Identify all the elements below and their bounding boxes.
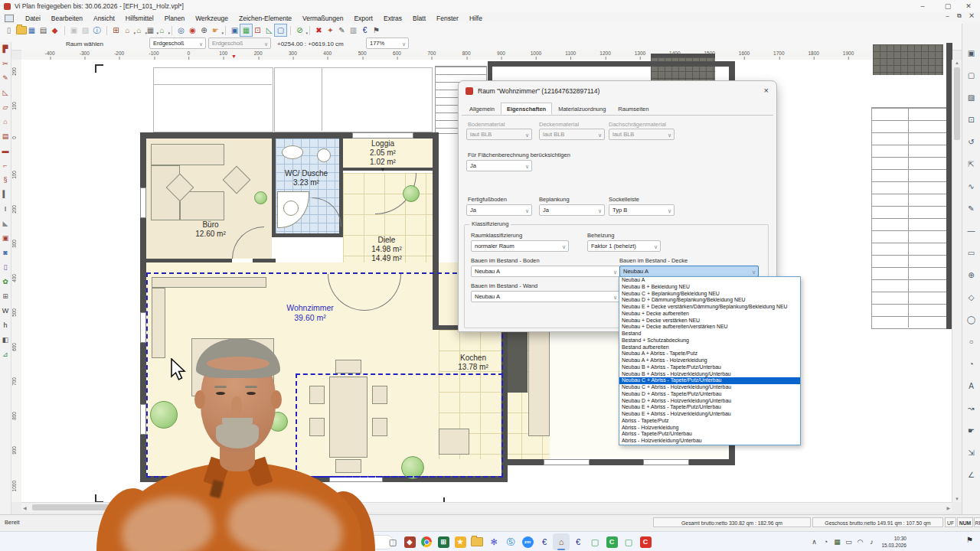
save-icon[interactable]: ▦ xyxy=(26,24,38,36)
floor-select[interactable]: Erdgeschoß xyxy=(149,37,206,49)
beam-tool-icon[interactable]: ▬ xyxy=(1,144,11,158)
layout-icon[interactable]: ▦ xyxy=(145,24,156,36)
resize-icon[interactable]: ⇲ xyxy=(965,442,978,464)
teams-icon[interactable]: ✻ xyxy=(485,533,502,550)
room-label-loggia[interactable]: Loggia 2.05 m² 1.02 m² ▼ xyxy=(348,139,417,173)
dialog-title-bar[interactable]: Raum "Wohnzimmer" (121647632897114) × xyxy=(459,81,776,101)
window-tool-icon[interactable]: ▯ xyxy=(1,260,11,275)
dropdown-item[interactable]: Neubau C + Abriss - Tapete/Putz/Unterbau xyxy=(619,377,800,384)
edit-icon[interactable]: ✎ xyxy=(336,24,348,36)
minimize-button[interactable]: – xyxy=(911,0,934,12)
paste-icon[interactable]: ▨ xyxy=(80,24,91,36)
bestand-decke-combo[interactable]: Neubau A xyxy=(619,266,759,277)
door-tool-icon[interactable]: ◙ xyxy=(1,246,11,260)
dropdown-item[interactable]: Bestand + Schutzabdeckung xyxy=(619,337,800,344)
child-window-controls[interactable]: – ⧉ ✕ xyxy=(946,12,977,20)
dropdown-item[interactable]: Neubau A xyxy=(619,277,800,284)
opening-tool-icon[interactable]: ▣ xyxy=(1,231,11,246)
stamp-icon[interactable]: ✦ xyxy=(325,24,336,36)
plan-tool-icon[interactable]: ▛ xyxy=(1,42,11,57)
tray-app-icon[interactable]: ▦ xyxy=(831,533,843,550)
camtasia-green-icon[interactable]: C xyxy=(603,533,620,550)
dropdown-item[interactable]: Neubau D + Abriss - Tapete/Putz/Unterbau xyxy=(619,391,800,398)
green-window2-icon[interactable]: ▢ xyxy=(620,533,637,550)
dropdown-item[interactable]: Neubau E + Abriss - Tapete/Putz/Unterbau xyxy=(619,404,800,411)
slope-tool-icon[interactable]: ◣ xyxy=(1,217,11,231)
raumklass-combo[interactable]: normaler Raum xyxy=(471,240,569,252)
column-tool-icon[interactable]: ▍ xyxy=(1,187,11,202)
curve-icon[interactable]: ∿ xyxy=(965,175,978,197)
dropdown-item[interactable]: Neubau D + Abriss - Holzverkleidung/Unte… xyxy=(619,398,800,405)
triangle-tool-icon[interactable]: ⊿ xyxy=(1,347,11,362)
polygon-tool-icon[interactable]: ▱ xyxy=(1,100,11,115)
dropdown-item[interactable]: Neubau A + Abriss - Holzverkleidung xyxy=(619,357,800,364)
viewer-icon[interactable]: ▥ xyxy=(348,24,359,36)
excel-icon[interactable]: ⊞ xyxy=(435,533,452,550)
menu-item[interactable]: Blatt xyxy=(407,15,431,22)
dropdown-item[interactable]: Abriss - Tapete/Putz/Unterbau xyxy=(619,431,800,438)
menu-item[interactable]: Extras xyxy=(378,15,407,22)
bestand-boden-combo[interactable]: Neubau A xyxy=(471,266,620,277)
tray-clock-icon[interactable]: ◔ xyxy=(820,533,831,550)
menu-item[interactable]: Fenster xyxy=(431,15,464,22)
pdf-icon[interactable]: ◆ xyxy=(49,24,60,36)
beheizung-combo[interactable]: Faktor 1 (beheizt) xyxy=(587,240,661,252)
vertical-scrollbar[interactable]: ▲ ▼ xyxy=(952,60,962,502)
menu-item[interactable]: Hilfe xyxy=(464,15,488,22)
arc-icon[interactable]: ◔ xyxy=(965,353,978,375)
tray-battery-icon[interactable]: ▭ xyxy=(843,533,854,550)
explorer-icon[interactable] xyxy=(469,533,485,550)
grid-icon[interactable]: ⊞ xyxy=(110,24,122,36)
tray-expand-icon[interactable]: ∧ xyxy=(808,533,820,550)
section-tool-icon[interactable]: § xyxy=(1,173,11,187)
menu-item[interactable]: Bearbeiten xyxy=(46,15,88,22)
dialog-tab[interactable]: Raumseiten xyxy=(612,103,655,115)
dropdown-item[interactable]: Neubau E + Abriss - Holzverkleidung/Unte… xyxy=(619,411,800,418)
dachschraegen-combo[interactable]: laut BLB xyxy=(609,129,675,140)
dialog-tab[interactable]: Eigenschaften xyxy=(501,103,552,115)
floor-select-secondary[interactable]: Erdgeschoß xyxy=(208,37,271,49)
chrome-icon[interactable] xyxy=(418,533,435,550)
circle-icon[interactable]: ◯ xyxy=(965,308,978,331)
skype-icon[interactable]: Ⓢ xyxy=(502,533,519,550)
viplan-icon[interactable]: ⌂ xyxy=(553,533,570,550)
menu-item[interactable]: Hilfsmittel xyxy=(120,15,159,22)
w-tool-icon[interactable]: W xyxy=(1,304,11,318)
print-icon[interactable]: ▤ xyxy=(38,24,49,36)
star-app-icon[interactable]: ★ xyxy=(452,533,469,550)
dropdown-item[interactable]: Abriss - Tapete/Putz xyxy=(619,418,800,425)
plant-tool-icon[interactable]: ✿ xyxy=(1,275,11,289)
line-icon[interactable]: — xyxy=(965,220,978,242)
frame-icon[interactable]: ⊡ xyxy=(965,109,978,131)
dropdown-item[interactable]: Neubau C + Beplankung/Bekleidung NEU xyxy=(619,291,800,298)
close-button[interactable]: ✕ xyxy=(957,0,980,12)
cost-icon[interactable]: € xyxy=(359,24,371,36)
dropdown-item[interactable]: Neubau B + Abriss - Tapete/Putz/Unterbau xyxy=(619,364,800,371)
zoom-page-icon[interactable]: ◎ xyxy=(175,24,187,36)
dropdown-item[interactable]: Abriss - Holzverkleidung/Unterbau xyxy=(619,438,800,445)
angle-tool-icon[interactable]: ◺ xyxy=(1,86,11,100)
taskbar-clock[interactable]: 10:30 15.03.2026 xyxy=(861,535,906,549)
ibeam-tool-icon[interactable]: I xyxy=(1,202,11,217)
menu-item[interactable]: Werkzeuge xyxy=(190,15,234,22)
euro-app-icon[interactable]: € xyxy=(536,533,553,550)
zoom-in-icon[interactable]: ⊕ xyxy=(198,24,210,36)
pointer-icon[interactable]: ☛ xyxy=(965,419,978,442)
pencil-icon[interactable]: ✎ xyxy=(965,197,978,220)
dropdown-item[interactable]: Neubau A + Abriss - Tapete/Putz xyxy=(619,350,800,357)
zoom-rect-icon[interactable]: ◉ xyxy=(187,24,198,36)
select-mode-icon[interactable]: ▢ xyxy=(275,24,286,36)
flaechen-combo[interactable]: Ja xyxy=(466,160,532,171)
dropdown-item[interactable]: Neubau + Decke verstärken NEU xyxy=(619,318,800,324)
dialog-close-icon[interactable]: × xyxy=(764,86,769,95)
menu-item[interactable]: Export xyxy=(348,15,378,22)
copy-icon[interactable]: ▣ xyxy=(68,24,80,36)
reference-icon[interactable]: ⊡ xyxy=(252,24,263,36)
grid-tool-icon[interactable]: ⊞ xyxy=(1,289,11,304)
delete-icon[interactable]: ✖ xyxy=(313,24,325,36)
text-icon[interactable]: A xyxy=(965,375,978,397)
horizontal-scrollbar[interactable]: ◀ ▶ xyxy=(21,502,952,512)
room-label-buero[interactable]: Büro 12.60 m² xyxy=(176,220,245,239)
rectangle-icon[interactable]: ▭ xyxy=(965,242,978,264)
zoom-app-icon[interactable]: zm xyxy=(519,533,536,550)
